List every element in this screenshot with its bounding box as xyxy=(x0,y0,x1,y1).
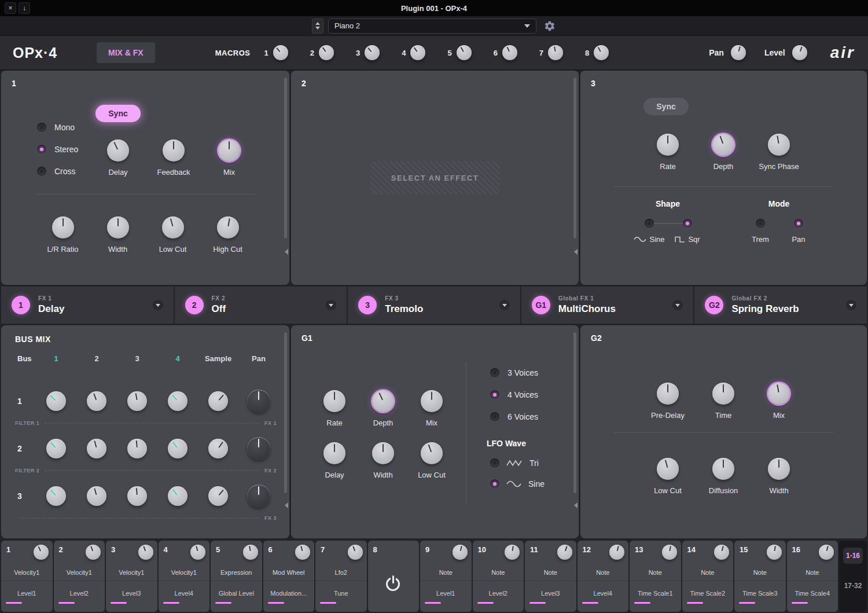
voices-3-option[interactable]: 3 Voices xyxy=(490,367,538,379)
trem-option[interactable]: Trem xyxy=(741,219,779,243)
square-option[interactable]: Sqr xyxy=(668,219,707,243)
fx-slot-g1[interactable]: G1 Global FX 1 MultiChorus xyxy=(521,287,694,324)
radio-icon[interactable] xyxy=(37,123,46,132)
low-cut-knob[interactable] xyxy=(657,458,679,480)
chevron-down-icon[interactable] xyxy=(326,300,336,310)
macro-slot-knob[interactable] xyxy=(819,545,834,560)
low-cut-knob[interactable] xyxy=(162,216,184,238)
bus3-send2-knob[interactable] xyxy=(87,486,106,506)
fx-slot-2[interactable]: 2 FX 2 Off xyxy=(175,287,347,324)
scrollbar[interactable] xyxy=(573,78,576,238)
mono-option[interactable]: Mono xyxy=(37,122,78,133)
macro-slot-6[interactable]: 6 Mod Wheel Modulation... xyxy=(263,541,315,612)
width-knob[interactable] xyxy=(107,216,129,238)
macro-slot-knob[interactable] xyxy=(453,545,468,560)
bus3-send4-knob[interactable] xyxy=(168,486,187,506)
bus3-send3-knob[interactable] xyxy=(127,486,147,506)
scrollbar[interactable] xyxy=(284,78,287,238)
select-an-effect-placeholder[interactable]: SELECT AN EFFECT xyxy=(370,161,500,194)
voices-6-option[interactable]: 6 Voices xyxy=(490,411,538,423)
radio-icon[interactable] xyxy=(645,219,654,228)
pan-knob[interactable] xyxy=(731,45,746,60)
stereo-option[interactable]: Stereo xyxy=(37,144,78,155)
macro-slot-7[interactable]: 7 Lfo2 Tune xyxy=(315,541,367,612)
scroll-left-icon[interactable] xyxy=(285,502,288,508)
macro-slot-knob[interactable] xyxy=(557,545,572,560)
macro-slot-knob[interactable] xyxy=(243,545,258,560)
macro-slot-15[interactable]: 15 Note Time Scale3 xyxy=(734,541,786,612)
radio-icon[interactable] xyxy=(756,219,765,228)
macro-slot-13[interactable]: 13 Note Time Scale1 xyxy=(630,541,681,612)
preset-select[interactable]: Piano 2 xyxy=(328,19,536,34)
fx3-sync-button[interactable]: Sync xyxy=(643,98,689,115)
macro-slot-knob[interactable] xyxy=(190,545,205,560)
rate-knob[interactable] xyxy=(323,390,345,412)
fx-slot-1[interactable]: 1 FX 1 Delay xyxy=(1,287,174,324)
radio-icon[interactable] xyxy=(683,219,692,228)
radio-icon[interactable] xyxy=(794,219,803,228)
macro-slot-3[interactable]: 3 Velocity1 Level3 xyxy=(106,541,157,612)
scroll-left-icon[interactable] xyxy=(574,502,578,508)
bus2-send4-knob[interactable] xyxy=(168,439,187,458)
mix-fx-tab[interactable]: MIX & FX xyxy=(97,42,155,63)
macro-1-knob[interactable] xyxy=(273,45,288,60)
chevron-down-icon[interactable] xyxy=(846,300,856,310)
macro-slot-2[interactable]: 2 Velocity1 Level2 xyxy=(54,541,105,612)
high-cut-knob[interactable] xyxy=(217,216,239,238)
depth-knob[interactable] xyxy=(712,134,734,156)
macro-6-knob[interactable] xyxy=(502,45,517,60)
macro-slot-knob[interactable] xyxy=(609,545,624,560)
bus1-send3-knob[interactable] xyxy=(127,391,147,411)
scroll-left-icon[interactable] xyxy=(285,249,288,255)
radio-icon[interactable] xyxy=(490,368,499,377)
macro-5-knob[interactable] xyxy=(457,45,472,60)
radio-icon[interactable] xyxy=(490,479,499,489)
macro-slot-knob[interactable] xyxy=(295,545,310,560)
scrollbar[interactable] xyxy=(284,332,287,493)
scrollbar[interactable] xyxy=(573,332,576,493)
macro-slot-1[interactable]: 1 Velocity1 Level1 xyxy=(1,541,53,612)
scroll-left-icon[interactable] xyxy=(574,249,578,255)
radio-icon[interactable] xyxy=(37,145,46,154)
bus1-send4-knob[interactable] xyxy=(168,391,187,411)
lr-ratio-knob[interactable] xyxy=(52,216,74,238)
page-1-16-button[interactable]: 1-16 xyxy=(843,548,863,564)
bus1-pan-knob[interactable] xyxy=(247,390,270,413)
depth-knob[interactable] xyxy=(372,390,394,412)
level-knob[interactable] xyxy=(792,45,807,60)
bus1-send1-knob[interactable] xyxy=(46,391,66,411)
macro-slot-knob[interactable] xyxy=(662,545,677,560)
macro-7-knob[interactable] xyxy=(548,45,563,60)
macro-slot-14[interactable]: 14 Note Time Scale2 xyxy=(682,541,734,612)
macro-slot-8[interactable]: 8 xyxy=(368,541,420,612)
time-knob[interactable] xyxy=(712,383,734,405)
sync-phase-knob[interactable] xyxy=(768,134,790,156)
mix-knob[interactable] xyxy=(768,383,790,405)
macro-slot-10[interactable]: 10 Note Level2 xyxy=(473,541,524,612)
bus3-send1-knob[interactable] xyxy=(46,486,66,506)
sine-option[interactable]: Sine xyxy=(490,478,545,490)
bus3-pan-knob[interactable] xyxy=(247,484,270,508)
radio-icon[interactable] xyxy=(37,167,46,176)
pan-option[interactable]: Pan xyxy=(779,219,818,243)
width-knob[interactable] xyxy=(372,442,394,464)
preset-stepper[interactable] xyxy=(312,19,323,34)
macro-3-knob[interactable] xyxy=(365,45,380,60)
chevron-down-icon[interactable] xyxy=(672,300,683,310)
fx-slot-g2[interactable]: G2 Global FX 2 Spring Reverb xyxy=(694,287,867,324)
close-icon[interactable]: × xyxy=(5,2,16,14)
macro-slot-knob[interactable] xyxy=(34,545,49,560)
macro-slot-knob[interactable] xyxy=(505,545,520,560)
bus1-send2-knob[interactable] xyxy=(87,391,106,411)
bus3-sample-knob[interactable] xyxy=(208,486,228,506)
stepper-up-icon[interactable] xyxy=(315,22,320,25)
pre-delay-knob[interactable] xyxy=(657,383,679,405)
bus2-send1-knob[interactable] xyxy=(46,439,66,458)
macro-4-knob[interactable] xyxy=(410,45,425,60)
radio-icon[interactable] xyxy=(490,458,499,468)
radio-icon[interactable] xyxy=(490,390,499,399)
bus2-pan-knob[interactable] xyxy=(247,437,270,460)
mix-knob[interactable] xyxy=(218,140,240,161)
fx1-sync-button[interactable]: Sync xyxy=(95,105,141,122)
macro-slot-4[interactable]: 4 Velocity1 Level4 xyxy=(159,541,210,612)
